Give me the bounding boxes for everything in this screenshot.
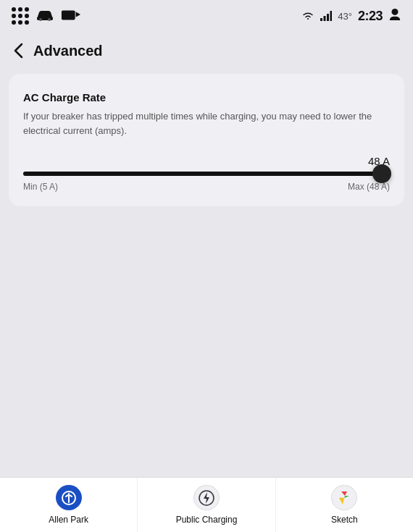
sketch-icon-wrap <box>331 485 357 510</box>
signal-icon <box>320 11 332 21</box>
page-title: Advanced <box>33 43 103 59</box>
grid-icon <box>12 7 29 25</box>
slider-min-label: Min (5 A) <box>23 182 58 192</box>
status-bar-left <box>12 7 81 25</box>
svg-rect-6 <box>324 16 326 21</box>
tab-bar: Allen Park Public Charging <box>0 477 413 532</box>
status-bar: 43° 2:23 <box>0 0 413 32</box>
public-charging-icon-wrap <box>193 485 220 510</box>
person-icon <box>388 8 401 24</box>
slider-max-label: Max (48 A) <box>348 182 390 192</box>
slider-fill <box>23 172 390 176</box>
tab-allen-park-label: Allen Park <box>49 515 88 525</box>
tab-sketch[interactable]: Sketch <box>276 478 413 532</box>
header: Advanced <box>0 32 413 74</box>
wifi-icon <box>301 11 314 21</box>
svg-rect-5 <box>320 18 322 21</box>
status-bar-right: 43° 2:23 <box>301 8 401 24</box>
charging-icon <box>198 489 215 507</box>
slider-value-display: 48 A <box>23 155 390 167</box>
section-description: If your breaker has tripped multiple tim… <box>23 109 390 138</box>
ticket-icon <box>61 7 81 25</box>
slider-labels: Min (5 A) Max (48 A) <box>23 182 390 192</box>
svg-rect-8 <box>330 11 333 21</box>
slider-thumb[interactable] <box>372 164 391 183</box>
car-icon <box>35 7 55 25</box>
svg-marker-4 <box>76 12 81 17</box>
svg-point-1 <box>39 18 42 21</box>
sketch-icon <box>335 489 353 507</box>
svg-point-2 <box>48 18 51 21</box>
tab-public-charging-label: Public Charging <box>176 515 238 525</box>
time-display: 2:23 <box>358 9 383 24</box>
section-title: AC Charge Rate <box>23 91 390 104</box>
svg-rect-7 <box>327 14 329 21</box>
temperature-display: 43° <box>338 11 352 22</box>
svg-rect-3 <box>62 10 75 20</box>
allen-park-icon <box>61 490 77 506</box>
tab-sketch-label: Sketch <box>331 515 358 525</box>
back-button[interactable] <box>7 39 30 62</box>
charge-rate-slider[interactable] <box>23 172 390 176</box>
tab-public-charging[interactable]: Public Charging <box>138 478 275 532</box>
content-card: AC Charge Rate If your breaker has tripp… <box>9 74 404 206</box>
tab-allen-park[interactable]: Allen Park <box>0 478 138 532</box>
allen-park-icon-wrap <box>56 485 82 510</box>
svg-point-9 <box>392 9 399 15</box>
slider-track <box>23 172 390 176</box>
